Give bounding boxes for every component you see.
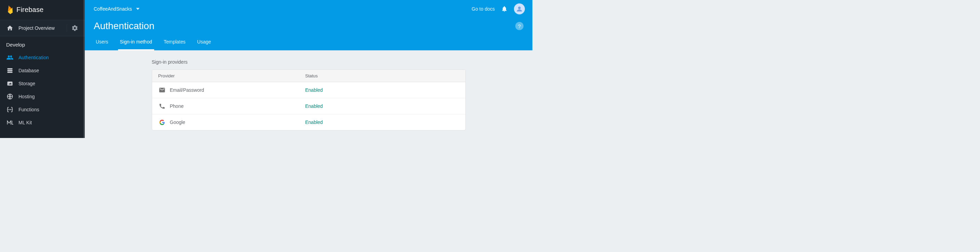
provider-name: Phone — [170, 104, 184, 109]
provider-name: Email/Password — [170, 87, 204, 93]
settings-gear-icon[interactable] — [71, 24, 79, 32]
sidebar-item-label: ML Kit — [19, 120, 32, 125]
providers-card: Provider Status Email/Password Enabled — [152, 70, 466, 131]
project-overview-row: Project Overview — [0, 20, 85, 36]
svg-rect-3 — [8, 81, 13, 86]
svg-point-7 — [11, 109, 11, 110]
sidebar-item-label: Authentication — [19, 55, 49, 60]
sidebar: Firebase Project Overview Develop Au — [0, 0, 85, 138]
provider-status: Enabled — [305, 120, 323, 125]
firebase-logo[interactable]: Firebase — [0, 0, 85, 20]
sidebar-scroll-indicator[interactable] — [83, 0, 85, 138]
tabs: Users Sign-in method Templates Usage — [85, 34, 532, 50]
section-label: Sign-in providers — [152, 59, 466, 65]
provider-row-email[interactable]: Email/Password Enabled — [152, 82, 465, 98]
tab-templates[interactable]: Templates — [162, 34, 188, 50]
google-icon — [158, 118, 166, 126]
svg-rect-1 — [8, 70, 13, 71]
svg-rect-2 — [8, 72, 13, 73]
storage-icon — [6, 80, 14, 87]
page-title-row: Authentication ? — [85, 14, 532, 34]
user-avatar[interactable] — [514, 3, 525, 14]
provider-status: Enabled — [305, 104, 323, 109]
functions-icon — [6, 106, 14, 113]
providers-header: Provider Status — [152, 70, 465, 82]
phone-icon — [158, 102, 166, 110]
provider-row-google[interactable]: Google Enabled — [152, 114, 465, 130]
project-overview-label: Project Overview — [19, 26, 55, 31]
sidebar-item-database[interactable]: Database — [0, 64, 85, 77]
topbar-actions: Go to docs — [471, 3, 525, 14]
tab-usage[interactable]: Usage — [195, 34, 213, 50]
svg-point-6 — [9, 109, 10, 110]
sidebar-item-functions[interactable]: Functions — [0, 103, 85, 116]
sidebar-item-label: Functions — [19, 107, 39, 112]
sidebar-item-mlkit[interactable]: ML Kit — [0, 116, 85, 129]
app-root: Firebase Project Overview Develop Au — [0, 0, 532, 138]
sidebar-item-label: Database — [19, 68, 39, 73]
home-icon — [6, 24, 14, 32]
sidebar-item-label: Storage — [19, 81, 35, 86]
project-name: CoffeeAndSnacks — [94, 6, 132, 12]
page-title: Authentication — [94, 21, 154, 32]
content-inner: Sign-in providers Provider Status Email/… — [152, 59, 466, 138]
brand-text: Firebase — [16, 6, 43, 14]
tab-signin-method[interactable]: Sign-in method — [118, 34, 154, 50]
col-status: Status — [305, 73, 459, 78]
sidebar-item-label: Hosting — [19, 94, 35, 99]
main-area: CoffeeAndSnacks Go to docs Authe — [85, 0, 532, 138]
sidebar-item-authentication[interactable]: Authentication — [0, 51, 85, 64]
col-provider: Provider — [158, 73, 305, 78]
svg-point-8 — [518, 6, 521, 9]
email-icon — [158, 86, 166, 94]
chevron-down-icon — [136, 8, 140, 10]
go-to-docs-link[interactable]: Go to docs — [471, 6, 495, 12]
sidebar-develop-list: Authentication Database Storage Hosting — [0, 51, 85, 129]
help-icon[interactable]: ? — [515, 22, 523, 30]
people-icon — [6, 54, 14, 61]
content: Sign-in providers Provider Status Email/… — [85, 50, 532, 138]
database-icon — [6, 67, 14, 74]
firebase-flame-icon — [6, 5, 14, 14]
sidebar-item-storage[interactable]: Storage — [0, 77, 85, 90]
provider-row-phone[interactable]: Phone Enabled — [152, 98, 465, 114]
project-overview-link[interactable]: Project Overview — [6, 24, 55, 32]
provider-status: Enabled — [305, 87, 323, 93]
project-selector[interactable]: CoffeeAndSnacks — [94, 6, 140, 12]
topbar: CoffeeAndSnacks Go to docs Authe — [85, 0, 532, 50]
mlkit-icon — [6, 119, 14, 126]
notifications-bell-icon[interactable] — [501, 5, 508, 12]
section-develop-title: Develop — [0, 36, 85, 51]
section-quality-title: Quality — [0, 134, 85, 138]
svg-rect-0 — [8, 68, 13, 69]
hosting-icon — [6, 93, 14, 100]
sidebar-item-hosting[interactable]: Hosting — [0, 90, 85, 103]
provider-name: Google — [170, 120, 185, 125]
tab-users[interactable]: Users — [94, 34, 110, 50]
topbar-row: CoffeeAndSnacks Go to docs — [85, 0, 532, 14]
